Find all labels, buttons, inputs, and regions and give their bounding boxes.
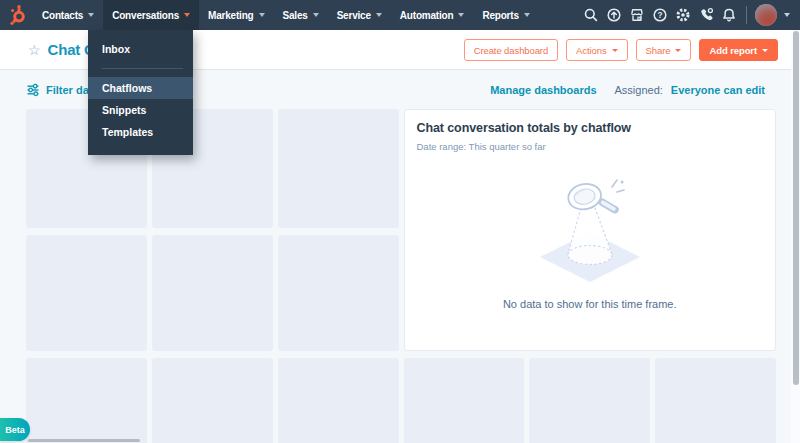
- report-title: Chat conversation totals by chatflow: [417, 121, 764, 135]
- chevron-down-icon: [88, 13, 94, 17]
- assigned-value-link[interactable]: Everyone can edit: [671, 84, 765, 96]
- svg-text:?: ?: [657, 11, 662, 20]
- chevron-down-icon: [313, 13, 319, 17]
- placeholder-card: [278, 358, 399, 443]
- button-label: Actions: [576, 45, 606, 56]
- chevron-down-icon: [376, 13, 382, 17]
- avatar-image: [755, 4, 777, 26]
- placeholder-card: [655, 358, 776, 443]
- placeholder-card: [529, 358, 650, 443]
- placeholder-card: [404, 358, 525, 443]
- sprocket-icon: [8, 4, 29, 26]
- filter-bar-right: Manage dashboards Assigned: Everyone can…: [490, 84, 765, 96]
- nav-item-contacts[interactable]: Contacts: [33, 0, 103, 30]
- header-actions: Create dashboard Actions Share Add repor…: [464, 30, 778, 70]
- report-date-range: Date range: This quarter so far: [417, 141, 764, 152]
- calls-icon[interactable]: [694, 3, 717, 27]
- menu-item-inbox[interactable]: Inbox: [88, 38, 193, 60]
- chat-totals-report-card: Chat conversation totals by chatflow Dat…: [404, 109, 777, 351]
- no-data-illustration-icon: [500, 174, 680, 292]
- menu-item-snippets[interactable]: Snippets: [88, 99, 193, 121]
- button-label: Add report: [709, 45, 757, 56]
- account-chevron-down-icon[interactable]: [784, 13, 790, 17]
- actions-button[interactable]: Actions: [566, 39, 627, 61]
- chevron-down-icon: [524, 13, 530, 17]
- create-dashboard-button[interactable]: Create dashboard: [464, 39, 558, 61]
- search-icon[interactable]: [579, 3, 602, 27]
- chevron-down-icon: [458, 13, 464, 17]
- add-report-button[interactable]: Add report: [699, 39, 778, 61]
- nav-item-automation[interactable]: Automation: [391, 0, 474, 30]
- menu-item-templates[interactable]: Templates: [88, 121, 193, 143]
- placeholder-card: [278, 109, 399, 228]
- placeholder-card: [152, 358, 273, 443]
- notifications-icon[interactable]: [717, 3, 740, 27]
- nav-item-marketing[interactable]: Marketing: [199, 0, 273, 30]
- user-avatar[interactable]: [755, 4, 777, 26]
- placeholder-card: [26, 358, 147, 443]
- beta-badge[interactable]: Beta: [0, 418, 30, 441]
- hubspot-dashboard-page: { "nav": { "items": [ { "label": "Contac…: [0, 0, 800, 443]
- nav-item-service[interactable]: Service: [328, 0, 391, 30]
- menu-item-chatflows[interactable]: Chatflows: [88, 77, 193, 99]
- placeholder-card: [26, 235, 147, 351]
- no-data-message: No data to show for this time frame.: [503, 298, 677, 310]
- nav-item-label: Reports: [482, 10, 518, 21]
- nav-item-sales[interactable]: Sales: [274, 0, 328, 30]
- chevron-down-icon: [184, 13, 190, 17]
- vertical-scrollbar-thumb[interactable]: [793, 31, 799, 385]
- help-icon[interactable]: ?: [648, 3, 671, 27]
- placeholder-card: [152, 235, 273, 351]
- nav-item-label: Sales: [283, 10, 308, 21]
- marketplace-icon[interactable]: [625, 3, 648, 27]
- chevron-down-icon: [762, 49, 768, 52]
- favorite-star-icon[interactable]: ☆: [28, 43, 41, 57]
- chevron-down-icon: [675, 49, 681, 52]
- nav-item-label: Contacts: [42, 10, 83, 21]
- dashboard-grid: Chat conversation totals by chatflow Dat…: [26, 109, 776, 443]
- top-navigation-bar: Contacts Conversations Marketing Sales S…: [0, 0, 800, 30]
- upgrade-icon[interactable]: [602, 3, 625, 27]
- chevron-down-icon: [259, 13, 265, 17]
- menu-divider: [102, 68, 183, 69]
- empty-state: No data to show for this time frame.: [417, 174, 764, 310]
- nav-item-conversations[interactable]: Conversations: [103, 0, 199, 30]
- manage-dashboards-link[interactable]: Manage dashboards: [490, 84, 596, 96]
- hubspot-logo[interactable]: [3, 0, 33, 30]
- nav-item-label: Service: [337, 10, 371, 21]
- nav-divider: [746, 6, 747, 24]
- placeholder-card: [278, 235, 399, 351]
- nav-utilities: ?: [579, 3, 800, 27]
- filter-sliders-icon: [26, 83, 40, 97]
- nav-menu: Contacts Conversations Marketing Sales S…: [33, 0, 539, 30]
- nav-item-reports[interactable]: Reports: [473, 0, 538, 30]
- chevron-down-icon: [612, 49, 618, 52]
- button-label: Share: [646, 45, 671, 56]
- nav-item-label: Automation: [400, 10, 454, 21]
- assigned-label: Assigned:: [615, 84, 663, 96]
- button-label: Create dashboard: [474, 45, 548, 56]
- horizontal-scrollbar-thumb[interactable]: [28, 439, 140, 442]
- nav-item-label: Conversations: [112, 10, 179, 21]
- conversations-dropdown-menu: Inbox Chatflows Snippets Templates: [88, 30, 193, 155]
- share-button[interactable]: Share: [636, 39, 692, 61]
- nav-item-label: Marketing: [208, 10, 253, 21]
- settings-icon[interactable]: [671, 3, 694, 27]
- vertical-scrollbar-track: [791, 30, 800, 443]
